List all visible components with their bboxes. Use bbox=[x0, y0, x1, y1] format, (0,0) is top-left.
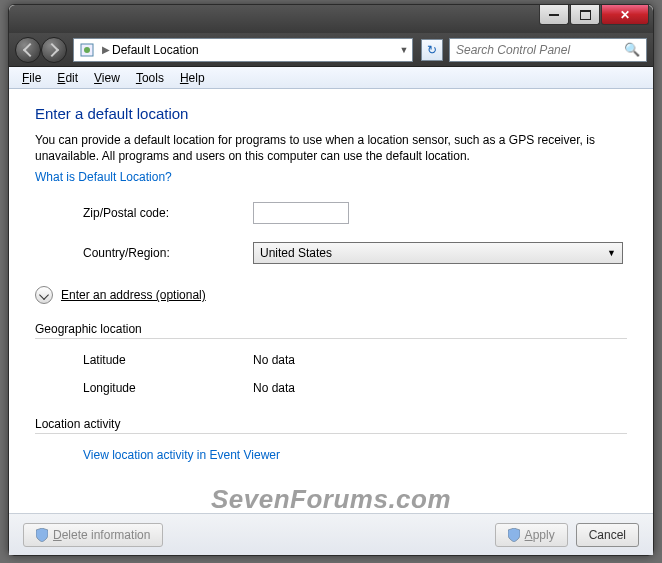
menu-edit[interactable]: Edit bbox=[50, 69, 85, 87]
activity-section-title: Location activity bbox=[35, 417, 627, 431]
back-button[interactable] bbox=[15, 37, 41, 63]
longitude-row: Longitude No data bbox=[35, 381, 627, 395]
zip-input[interactable] bbox=[253, 202, 349, 224]
latitude-value: No data bbox=[253, 353, 295, 367]
close-button[interactable] bbox=[601, 5, 649, 25]
country-label: Country/Region: bbox=[83, 246, 253, 260]
search-box[interactable]: 🔍 bbox=[449, 38, 647, 62]
expand-icon[interactable] bbox=[35, 286, 53, 304]
country-row: Country/Region: United States ▼ bbox=[35, 242, 627, 264]
nav-row: ▶ Default Location ▼ ↻ 🔍 bbox=[9, 33, 653, 67]
divider-2 bbox=[35, 433, 627, 434]
address-expander[interactable]: Enter an address (optional) bbox=[35, 286, 627, 304]
latitude-label: Latitude bbox=[83, 353, 253, 367]
longitude-value: No data bbox=[253, 381, 295, 395]
shield-icon bbox=[508, 528, 520, 542]
nav-buttons bbox=[15, 37, 67, 63]
chevron-down-icon: ▼ bbox=[607, 248, 616, 258]
menu-tools[interactable]: Tools bbox=[129, 69, 171, 87]
address-bar[interactable]: ▶ Default Location ▼ bbox=[73, 38, 413, 62]
location-icon bbox=[78, 41, 96, 59]
divider bbox=[35, 338, 627, 339]
menu-bar: File Edit View Tools Help bbox=[9, 67, 653, 89]
apply-button[interactable]: Apply bbox=[495, 523, 568, 547]
menu-view[interactable]: View bbox=[87, 69, 127, 87]
menu-help[interactable]: Help bbox=[173, 69, 212, 87]
content-area: Enter a default location You can provide… bbox=[9, 89, 653, 513]
geo-section-title: Geographic location bbox=[35, 322, 627, 336]
breadcrumb-location[interactable]: Default Location bbox=[112, 43, 199, 57]
bottom-bar: Delete information Apply Cancel bbox=[9, 513, 653, 555]
window-frame: ▶ Default Location ▼ ↻ 🔍 File Edit View … bbox=[8, 4, 654, 556]
search-input[interactable] bbox=[456, 43, 624, 57]
country-select[interactable]: United States ▼ bbox=[253, 242, 623, 264]
search-icon[interactable]: 🔍 bbox=[624, 42, 640, 57]
latitude-row: Latitude No data bbox=[35, 353, 627, 367]
help-link[interactable]: What is Default Location? bbox=[35, 170, 627, 184]
address-dropdown-icon[interactable]: ▼ bbox=[396, 45, 412, 55]
svg-point-1 bbox=[84, 47, 90, 53]
country-value: United States bbox=[260, 246, 332, 260]
minimize-button[interactable] bbox=[539, 5, 569, 25]
zip-label: Zip/Postal code: bbox=[83, 206, 253, 220]
delete-button[interactable]: Delete information bbox=[23, 523, 163, 547]
expander-label: Enter an address (optional) bbox=[61, 288, 206, 302]
activity-link[interactable]: View location activity in Event Viewer bbox=[83, 448, 280, 462]
refresh-button[interactable]: ↻ bbox=[421, 39, 443, 61]
zip-row: Zip/Postal code: bbox=[35, 202, 627, 224]
titlebar bbox=[9, 5, 653, 33]
breadcrumb-separator: ▶ bbox=[100, 44, 112, 55]
maximize-button[interactable] bbox=[570, 5, 600, 25]
forward-button[interactable] bbox=[41, 37, 67, 63]
shield-icon bbox=[36, 528, 48, 542]
menu-file[interactable]: File bbox=[15, 69, 48, 87]
page-description: You can provide a default location for p… bbox=[35, 132, 627, 164]
longitude-label: Longitude bbox=[83, 381, 253, 395]
page-heading: Enter a default location bbox=[35, 105, 627, 122]
cancel-button[interactable]: Cancel bbox=[576, 523, 639, 547]
